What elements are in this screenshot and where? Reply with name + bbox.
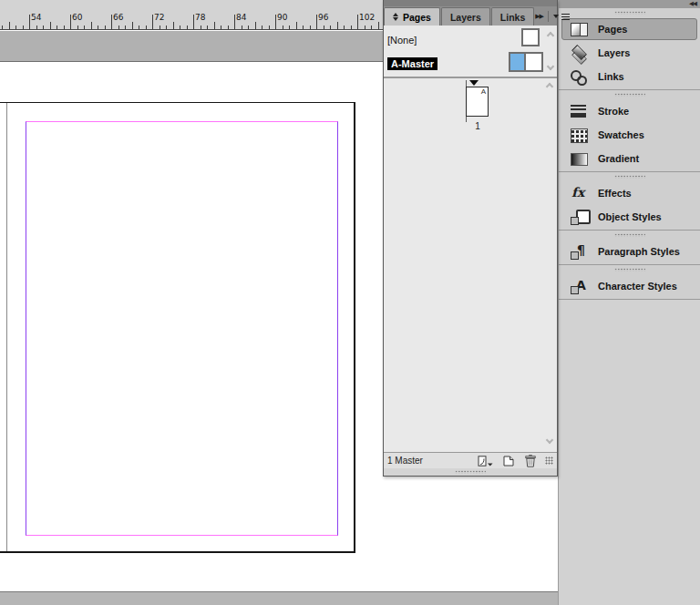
ruler-tick: [337, 22, 338, 29]
dock-item-swatches[interactable]: Swatches: [561, 124, 697, 146]
stroke-icon: [568, 103, 592, 119]
panel-titlebar[interactable]: [384, 0, 557, 6]
pages-scroll-down-icon[interactable]: [546, 436, 553, 444]
dock-item-character-styles[interactable]: Character Styles: [561, 275, 697, 297]
tab-links[interactable]: Links: [491, 7, 534, 26]
dock-item-gradient[interactable]: Gradient: [561, 148, 697, 169]
master-name: [None]: [387, 35, 417, 46]
pages-scroll-up-icon[interactable]: [546, 83, 553, 90]
dock-section-grip[interactable]: [559, 231, 700, 239]
ruler-tick: [248, 26, 249, 29]
ruler-tick: [98, 26, 98, 29]
ruler-tick: [262, 26, 262, 29]
panel-menu-icon[interactable]: [553, 12, 570, 21]
a-master-spread-thumbnail[interactable]: [509, 52, 543, 72]
dock-item-stroke[interactable]: Stroke: [561, 100, 697, 122]
dock-item-layers[interactable]: Layers: [561, 42, 697, 64]
ruler-tick: [310, 26, 311, 29]
ruler-tick: [105, 26, 106, 29]
dock-item-object-styles[interactable]: Object Styles: [561, 206, 697, 228]
effects-icon: [568, 185, 592, 201]
collapse-dock-icon[interactable]: ◀◀: [689, 1, 696, 7]
dock-section-3: Effects Object Styles: [559, 171, 700, 230]
ruler-tick: [29, 15, 30, 29]
ruler-tick: [9, 22, 10, 29]
page-edge-bottom: [0, 551, 355, 553]
dock-item-effects[interactable]: Effects: [561, 182, 697, 204]
a-master-right-page: [526, 54, 541, 70]
dock-section-2: Stroke Swatches Gradient: [559, 89, 700, 171]
ruler-unit-label: 78: [195, 13, 205, 22]
object-styles-icon: [568, 209, 592, 225]
ruler-tick: [201, 26, 201, 29]
ruler-tick: [50, 22, 51, 29]
panel-resize-grip[interactable]: [545, 456, 553, 465]
ruler-tick: [187, 26, 188, 29]
new-page-icon: [503, 456, 514, 467]
dock-section-grip[interactable]: [559, 8, 700, 16]
ruler-tick: [296, 22, 297, 29]
dock-empty-area: [559, 299, 700, 605]
ruler-unit-label: 72: [154, 13, 164, 22]
horizontal-scrollbar-area[interactable]: [0, 591, 558, 605]
page-1-thumbnail[interactable]: A: [466, 87, 489, 117]
dock-item-label: Character Styles: [598, 281, 677, 292]
ruler-tick: [344, 26, 345, 29]
edit-page-size-icon: [478, 456, 494, 467]
ruler-tick: [132, 22, 133, 29]
masters-scroll-down-icon[interactable]: [547, 63, 554, 70]
panel-collapse-icon: [393, 13, 399, 21]
dock-item-pages[interactable]: Pages: [561, 18, 697, 40]
ruler-tick: [43, 26, 44, 29]
dock-item-paragraph-styles[interactable]: Paragraph Styles: [561, 241, 697, 262]
ruler-tick: [193, 15, 194, 29]
master-row-none[interactable]: [None]: [384, 29, 544, 51]
dock-section-grip[interactable]: [559, 90, 700, 98]
ruler-tick: [23, 26, 24, 29]
panel-drag-bar[interactable]: [384, 468, 557, 476]
ruler-tick: [234, 15, 235, 29]
masters-scroll-up-icon[interactable]: [547, 32, 554, 39]
ruler-unit-label: 96: [318, 13, 328, 22]
character-styles-icon: [568, 278, 592, 294]
ruler-tick: [64, 26, 65, 29]
dock-section-5: Character Styles: [559, 264, 700, 299]
panel-dock-sidebar: ◀◀ Pages Layers Links Stroke: [558, 0, 700, 605]
ruler-tick: [275, 15, 276, 29]
delete-page-button[interactable]: [525, 455, 536, 467]
ruler-tick: [152, 15, 153, 29]
ruler-tick: [166, 26, 167, 29]
ruler-tick: [357, 15, 358, 29]
tab-pages[interactable]: Pages: [384, 7, 440, 26]
page-edge-top: [0, 102, 355, 103]
indesign-workspace: 5460667278849096102 Pages Layers Links ▶…: [0, 0, 700, 605]
dock-item-links[interactable]: Links: [561, 66, 697, 87]
swatches-icon: [568, 127, 592, 143]
dock-section-grip[interactable]: [559, 172, 700, 180]
panel-tabbar-controls: ▶▶: [535, 6, 573, 26]
ruler-unit-label: 84: [236, 13, 246, 22]
paragraph-styles-icon: [568, 243, 592, 260]
ruler-tick: [255, 22, 256, 29]
ruler-unit-label: 54: [31, 13, 41, 22]
dock-section-grip[interactable]: [559, 265, 700, 273]
tab-layers[interactable]: Layers: [441, 7, 490, 26]
ruler-tick: [242, 26, 242, 29]
dock-header: ◀◀: [559, 0, 700, 8]
create-new-page-button[interactable]: [503, 456, 514, 467]
ruler-tick: [180, 26, 180, 29]
dock-item-label: Paragraph Styles: [598, 246, 680, 257]
ruler-tick: [378, 22, 379, 29]
expand-panels-icon[interactable]: ▶▶: [535, 13, 543, 20]
ruler-tick: [173, 22, 174, 29]
grip-dots-icon: [614, 93, 645, 97]
pages-panel-statusbar: 1 Master: [384, 452, 557, 468]
tab-pages-label: Pages: [403, 12, 431, 23]
none-master-thumbnail[interactable]: [521, 28, 540, 46]
masters-list: [None] A-Master: [384, 26, 557, 78]
edit-page-size-button[interactable]: [478, 456, 494, 467]
ruler-tick: [371, 26, 372, 29]
ruler-tick: [15, 26, 16, 29]
ruler-tick: [2, 26, 3, 29]
dock-item-label: Stroke: [598, 106, 629, 117]
